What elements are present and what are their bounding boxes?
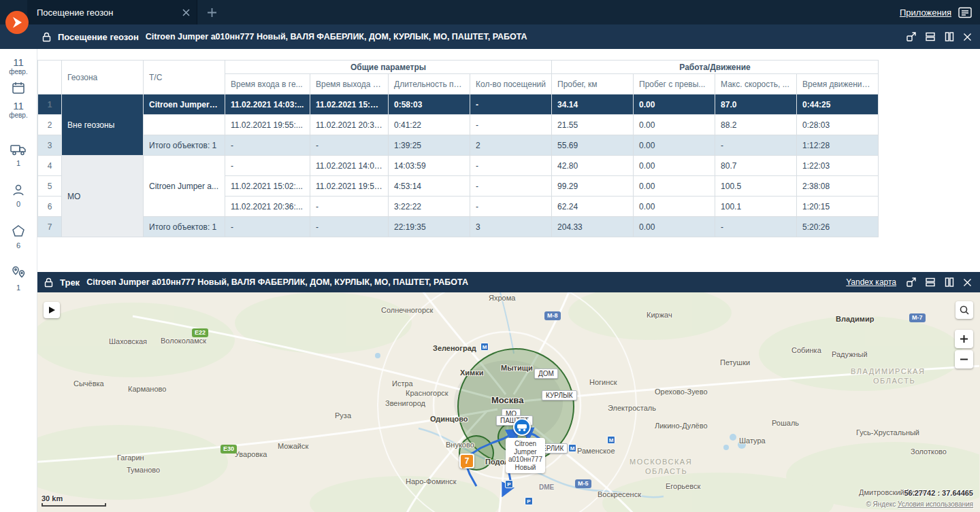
cell-maxspeed[interactable]: - xyxy=(715,135,797,156)
cell-num[interactable]: 5 xyxy=(38,176,62,197)
cell-duration[interactable]: 14:03:59 xyxy=(389,156,470,176)
cell-maxspeed[interactable]: - xyxy=(715,217,797,237)
cell-mileage[interactable]: 55.69 xyxy=(552,135,634,156)
col-header-entry[interactable]: Время входа в ге... xyxy=(225,74,310,95)
cell-movetime[interactable]: 2:38:08 xyxy=(797,176,879,197)
terms-link[interactable]: Условия использования xyxy=(898,500,973,508)
cell-visits[interactable]: - xyxy=(470,95,552,115)
cell-movetime[interactable]: 1:20:15 xyxy=(797,197,879,217)
cell-overspeed[interactable]: 0.00 xyxy=(634,115,715,135)
open-in-window-icon[interactable] xyxy=(906,277,917,288)
split-vertical-icon[interactable] xyxy=(944,31,955,42)
cell-movetime[interactable]: 0:28:03 xyxy=(797,115,879,135)
cell-movetime[interactable]: 0:44:25 xyxy=(797,95,879,115)
zoom-out-button[interactable] xyxy=(955,350,973,369)
cell-mileage[interactable]: 34.14 xyxy=(552,95,634,115)
cell-total-label[interactable]: Итого объектов: 1 xyxy=(144,135,225,156)
col-header-geozone[interactable]: Геозона xyxy=(62,61,144,95)
zoom-in-button[interactable] xyxy=(955,330,973,348)
calendar-icon[interactable] xyxy=(12,82,25,97)
cell-geozone-outside[interactable]: Вне геозоны xyxy=(62,95,144,156)
table-subtotal-row[interactable]: 7 Итого объектов: 1 - - 22:19:35 3 204.3… xyxy=(38,217,879,237)
col-header-visits[interactable]: Кол-во посещений xyxy=(470,74,552,95)
cell-vehicle[interactable]: Citroen Jumper а... xyxy=(144,95,225,115)
points-filter[interactable]: 1 xyxy=(11,266,26,292)
cell-overspeed[interactable]: 0.00 xyxy=(634,176,715,197)
cell-num[interactable]: 6 xyxy=(38,197,62,217)
cell-overspeed[interactable]: 0.00 xyxy=(634,135,715,156)
date-range-picker[interactable]: 11 февр. 11 февр. xyxy=(9,57,27,123)
cell-maxspeed[interactable]: 87.0 xyxy=(715,95,797,115)
cell-exit[interactable]: - xyxy=(310,217,389,237)
cell-overspeed[interactable]: 0.00 xyxy=(634,156,715,176)
cell-entry[interactable]: 11.02.2021 14:03:... xyxy=(225,95,310,115)
cell-duration[interactable]: 0:58:03 xyxy=(389,95,470,115)
cell-mileage[interactable]: 62.24 xyxy=(552,197,634,217)
map-search-button[interactable] xyxy=(956,301,973,319)
close-panel-icon[interactable] xyxy=(963,278,972,287)
cell-movetime[interactable]: 5:20:26 xyxy=(797,217,879,237)
cell-exit[interactable]: 11.02.2021 15:02:... xyxy=(310,95,389,115)
cell-movetime[interactable]: 1:22:03 xyxy=(797,156,879,176)
cell-overspeed[interactable]: 0.00 xyxy=(634,197,715,217)
cell-visits[interactable]: - xyxy=(470,176,552,197)
table-row[interactable]: 4 МО Citroen Jumper а... - 11.02.2021 14… xyxy=(38,156,879,176)
cell-exit[interactable]: 11.02.2021 19:55:... xyxy=(310,176,389,197)
applications-link[interactable]: Приложения xyxy=(900,7,951,18)
track-play-button[interactable] xyxy=(44,302,60,318)
cell-maxspeed[interactable]: 88.2 xyxy=(715,115,797,135)
cell-num[interactable]: 7 xyxy=(38,217,62,237)
cell-vehicle[interactable]: Citroen Jumper а... xyxy=(144,156,225,217)
cell-visits[interactable]: 3 xyxy=(470,217,552,237)
cell-exit[interactable]: 11.02.2021 20:36:... xyxy=(310,115,389,135)
map-provider-link[interactable]: Yandex карта xyxy=(846,277,896,287)
cell-entry[interactable]: - xyxy=(225,217,310,237)
cell-duration[interactable]: 1:39:25 xyxy=(389,135,470,156)
cell-overspeed[interactable]: 0.00 xyxy=(634,95,715,115)
tab-close-icon[interactable] xyxy=(182,9,190,16)
cell-total-label[interactable]: Итого объектов: 1 xyxy=(144,217,225,237)
applications-icon[interactable] xyxy=(958,7,972,18)
split-vertical-icon[interactable] xyxy=(944,277,955,288)
cell-exit[interactable]: - xyxy=(310,197,389,217)
cell-exit[interactable]: 11.02.2021 14:03:... xyxy=(310,156,389,176)
cell-exit[interactable]: - xyxy=(310,135,389,156)
cell-visits[interactable]: - xyxy=(470,115,552,135)
table-row[interactable]: 2 11.02.2021 19:55:... 11.02.2021 20:36:… xyxy=(38,115,879,135)
cell-num[interactable]: 2 xyxy=(38,115,62,135)
vehicles-filter[interactable]: 1 xyxy=(10,143,27,167)
cell-maxspeed[interactable]: 80.7 xyxy=(715,156,797,176)
cell-geozone-mo[interactable]: МО xyxy=(62,156,144,237)
cell-maxspeed[interactable]: 100.1 xyxy=(715,197,797,217)
table-subtotal-row[interactable]: 3 Итого объектов: 1 - - 1:39:25 2 55.69 … xyxy=(38,135,879,156)
col-header-mileage[interactable]: Пробег, км xyxy=(552,74,634,95)
drivers-filter[interactable]: 0 xyxy=(12,184,25,208)
cell-duration[interactable]: 0:41:22 xyxy=(389,115,470,135)
cell-mileage[interactable]: 21.55 xyxy=(552,115,634,135)
cell-duration[interactable]: 3:22:22 xyxy=(389,197,470,217)
table-row[interactable]: 1 Вне геозоны Citroen Jumper а... 11.02.… xyxy=(38,95,879,115)
lock-icon[interactable] xyxy=(44,277,53,288)
col-header-vehicle[interactable]: Т/С xyxy=(144,61,225,95)
cell-entry[interactable]: 11.02.2021 20:36:... xyxy=(225,197,310,217)
col-header-exit[interactable]: Время выхода из... xyxy=(310,74,389,95)
cell-entry[interactable]: - xyxy=(225,156,310,176)
open-in-window-icon[interactable] xyxy=(906,31,917,42)
cell-duration[interactable]: 4:53:14 xyxy=(389,176,470,197)
close-panel-icon[interactable] xyxy=(963,33,972,41)
col-header-movetime[interactable]: Время движения... xyxy=(797,74,879,95)
yandex-map[interactable]: ЯхромаСолнечногорскКиржачВладимирШаховск… xyxy=(37,292,980,512)
cell-overspeed[interactable]: 0.00 xyxy=(634,217,715,237)
cell-entry[interactable]: 11.02.2021 19:55:... xyxy=(225,115,310,135)
col-header-duration[interactable]: Длительность пр... xyxy=(389,74,470,95)
cell-num[interactable]: 3 xyxy=(38,135,62,156)
cell-mileage[interactable]: 204.33 xyxy=(552,217,634,237)
split-horizontal-icon[interactable] xyxy=(925,277,936,288)
cell-visits[interactable]: - xyxy=(470,197,552,217)
lock-icon[interactable] xyxy=(42,32,51,42)
cell-visits[interactable]: - xyxy=(470,156,552,176)
cell-vehicle[interactable] xyxy=(144,115,225,135)
col-header-overspeed[interactable]: Пробег с превы... xyxy=(634,74,715,95)
cell-maxspeed[interactable]: 100.5 xyxy=(715,176,797,197)
track-cluster-marker[interactable]: 7 xyxy=(459,454,474,468)
